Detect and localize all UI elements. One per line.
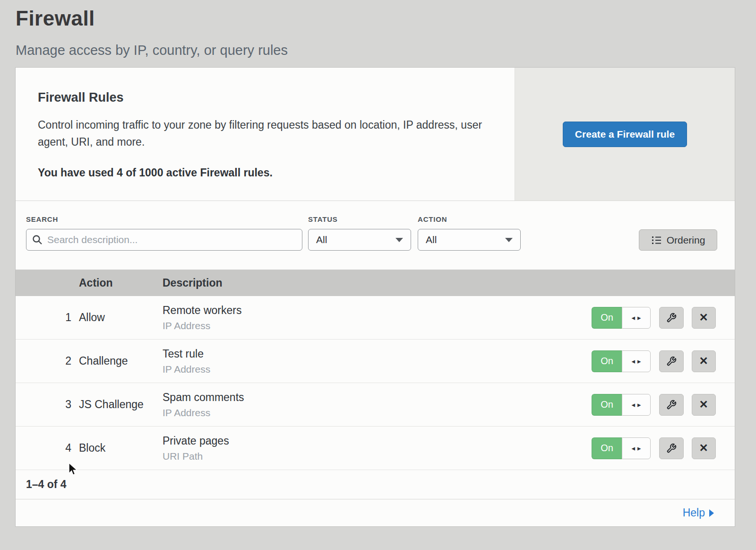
action-selected-value: All (426, 234, 437, 245)
rule-match-type: URI Path (163, 451, 592, 462)
table-header-row: Action Description (16, 270, 735, 296)
firewall-rules-card: Firewall Rules Control incoming traffic … (16, 68, 735, 526)
pagination-text: 1–4 of 4 (26, 478, 67, 491)
chevron-down-icon (395, 238, 403, 242)
table-row: 4 Block Private pages URI Path On ◂▸ ✕ (16, 427, 735, 470)
rule-priority: 1 (16, 311, 79, 324)
rule-action: Block (79, 442, 163, 454)
toggle-arrows-icon[interactable]: ◂▸ (622, 307, 651, 329)
status-filter-group: STATUS All (308, 215, 411, 251)
rule-toggle-segment: On ◂▸ (592, 437, 651, 459)
rule-toggle-segment: On ◂▸ (592, 350, 651, 372)
rule-description: Private pages (163, 435, 592, 447)
rule-description-cell: Spam comments IP Address (163, 391, 592, 419)
help-row: Help (16, 499, 735, 526)
ordered-list-icon (651, 235, 662, 245)
edit-rule-button[interactable] (659, 437, 684, 459)
card-intro: Firewall Rules Control incoming traffic … (16, 68, 515, 201)
x-icon: ✕ (699, 398, 708, 411)
firewall-rules-table: Action Description 1 Allow Remote worker… (16, 270, 735, 470)
rule-controls: On ◂▸ ✕ (592, 307, 735, 329)
action-filter-group: ACTION All (418, 215, 521, 251)
rule-action: JS Challenge (79, 398, 163, 411)
help-link-label: Help (683, 506, 705, 519)
rule-description: Spam comments (163, 391, 592, 404)
card-heading: Firewall Rules (38, 90, 491, 105)
page-subtitle: Manage access by IP, country, or query r… (16, 43, 756, 58)
search-label: SEARCH (26, 215, 302, 223)
wrench-icon (666, 313, 677, 323)
create-rule-panel: Create a Firewall rule (515, 68, 735, 201)
rule-priority: 2 (16, 355, 79, 367)
toggle-arrows-icon[interactable]: ◂▸ (622, 394, 651, 416)
table-row: 2 Challenge Test rule IP Address On ◂▸ ✕ (16, 340, 735, 383)
card-top-section: Firewall Rules Control incoming traffic … (16, 68, 735, 201)
help-link[interactable]: Help (683, 506, 714, 519)
wrench-icon (666, 356, 677, 367)
status-selected-value: All (316, 234, 327, 245)
filters-bar: SEARCH STATUS All ACTION All (16, 201, 735, 270)
rule-enabled-toggle[interactable]: On (592, 394, 622, 416)
x-icon: ✕ (699, 311, 708, 324)
status-select[interactable]: All (308, 229, 411, 251)
rule-description: Test rule (163, 348, 592, 360)
delete-rule-button[interactable]: ✕ (692, 394, 716, 416)
delete-rule-button[interactable]: ✕ (692, 307, 716, 329)
toggle-arrows-icon[interactable]: ◂▸ (622, 350, 651, 372)
search-input[interactable] (26, 229, 302, 251)
column-header-action: Action (79, 277, 163, 289)
wrench-icon (666, 443, 677, 454)
rule-match-type: IP Address (163, 364, 592, 375)
rule-controls: On ◂▸ ✕ (592, 350, 735, 372)
table-row: 3 JS Challenge Spam comments IP Address … (16, 383, 735, 427)
rule-description: Remote workers (163, 304, 592, 317)
x-icon: ✕ (699, 355, 708, 367)
rule-controls: On ◂▸ ✕ (592, 394, 735, 416)
edit-rule-button[interactable] (659, 350, 684, 372)
rule-action: Allow (79, 311, 163, 324)
action-label: ACTION (418, 215, 521, 223)
chevron-down-icon (505, 238, 513, 242)
page-header: Firewall Manage access by IP, country, o… (0, 0, 756, 58)
card-description: Control incoming traffic to your zone by… (38, 116, 487, 151)
table-row: 1 Allow Remote workers IP Address On ◂▸ … (16, 296, 735, 340)
rule-description-cell: Remote workers IP Address (163, 304, 592, 332)
wrench-icon (666, 400, 677, 410)
arrow-right-icon (709, 509, 714, 517)
x-icon: ✕ (699, 442, 708, 454)
action-select[interactable]: All (418, 229, 521, 251)
edit-rule-button[interactable] (659, 307, 684, 329)
ordering-button[interactable]: Ordering (639, 229, 717, 251)
rule-priority: 4 (16, 442, 79, 454)
rule-enabled-toggle[interactable]: On (592, 437, 622, 459)
ordering-button-label: Ordering (667, 235, 705, 246)
rule-toggle-segment: On ◂▸ (592, 307, 651, 329)
pagination-row: 1–4 of 4 (16, 470, 735, 499)
rule-priority: 3 (16, 398, 79, 411)
rule-enabled-toggle[interactable]: On (592, 307, 622, 329)
rules-usage-text: You have used 4 of 1000 active Firewall … (38, 166, 491, 179)
edit-rule-button[interactable] (659, 394, 684, 416)
rule-description-cell: Test rule IP Address (163, 348, 592, 375)
column-header-description: Description (163, 277, 592, 289)
create-firewall-rule-button[interactable]: Create a Firewall rule (563, 122, 687, 147)
search-icon (32, 234, 43, 245)
rule-toggle-segment: On ◂▸ (592, 394, 651, 416)
search-filter-group: SEARCH (26, 215, 302, 251)
rule-enabled-toggle[interactable]: On (592, 350, 622, 372)
rule-description-cell: Private pages URI Path (163, 435, 592, 462)
rule-action: Challenge (79, 355, 163, 367)
rule-match-type: IP Address (163, 407, 592, 419)
rule-match-type: IP Address (163, 320, 592, 332)
delete-rule-button[interactable]: ✕ (692, 437, 716, 459)
rule-controls: On ◂▸ ✕ (592, 437, 735, 459)
page-title: Firewall (16, 7, 756, 30)
search-wrap (26, 229, 302, 251)
status-label: STATUS (308, 215, 411, 223)
delete-rule-button[interactable]: ✕ (692, 350, 716, 372)
toggle-arrows-icon[interactable]: ◂▸ (622, 437, 651, 459)
